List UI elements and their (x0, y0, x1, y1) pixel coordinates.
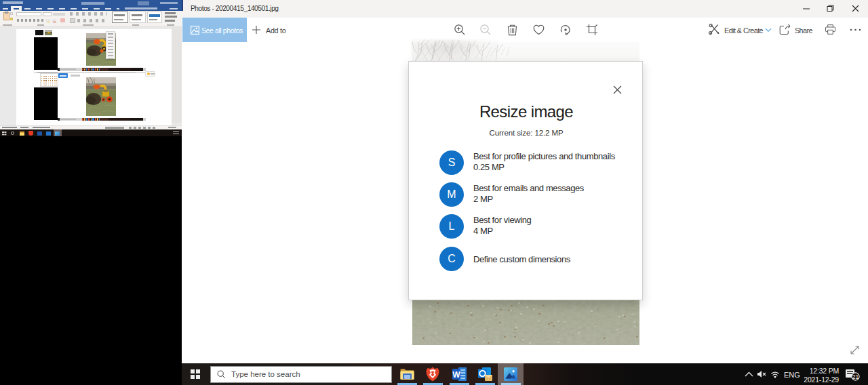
svg-text:21: 21 (852, 373, 859, 380)
svg-text:W: W (452, 370, 460, 380)
